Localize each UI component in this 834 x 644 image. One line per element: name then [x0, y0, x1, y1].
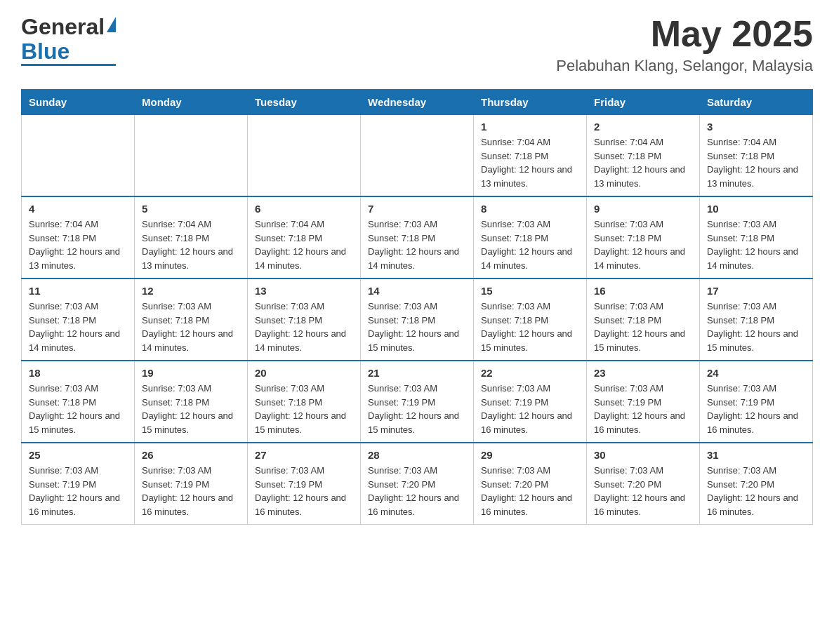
calendar-week-row: 4Sunrise: 7:04 AMSunset: 7:18 PMDaylight…	[22, 196, 813, 279]
month-title: May 2025	[556, 14, 813, 54]
day-info: Sunrise: 7:03 AMSunset: 7:18 PMDaylight:…	[255, 382, 353, 436]
day-number: 5	[142, 203, 240, 215]
calendar-cell: 25Sunrise: 7:03 AMSunset: 7:19 PMDayligh…	[22, 443, 135, 525]
day-info: Sunrise: 7:03 AMSunset: 7:19 PMDaylight:…	[142, 464, 240, 518]
calendar-cell: 26Sunrise: 7:03 AMSunset: 7:19 PMDayligh…	[135, 443, 248, 525]
day-info: Sunrise: 7:03 AMSunset: 7:18 PMDaylight:…	[255, 300, 353, 354]
logo-blue-text: Blue	[21, 40, 70, 62]
day-info: Sunrise: 7:03 AMSunset: 7:18 PMDaylight:…	[707, 300, 805, 354]
calendar-cell: 23Sunrise: 7:03 AMSunset: 7:19 PMDayligh…	[587, 361, 700, 443]
day-number: 25	[29, 449, 127, 461]
calendar-cell: 2Sunrise: 7:04 AMSunset: 7:18 PMDaylight…	[587, 114, 700, 196]
day-info: Sunrise: 7:03 AMSunset: 7:19 PMDaylight:…	[594, 382, 692, 436]
day-info: Sunrise: 7:03 AMSunset: 7:19 PMDaylight:…	[29, 464, 127, 518]
day-number: 24	[707, 367, 805, 379]
day-info: Sunrise: 7:03 AMSunset: 7:19 PMDaylight:…	[255, 464, 353, 518]
day-number: 11	[29, 285, 127, 297]
calendar-cell: 27Sunrise: 7:03 AMSunset: 7:19 PMDayligh…	[248, 443, 361, 525]
day-info: Sunrise: 7:03 AMSunset: 7:18 PMDaylight:…	[29, 300, 127, 354]
day-info: Sunrise: 7:04 AMSunset: 7:18 PMDaylight:…	[142, 217, 240, 272]
day-info: Sunrise: 7:04 AMSunset: 7:18 PMDaylight:…	[29, 217, 127, 272]
day-info: Sunrise: 7:04 AMSunset: 7:18 PMDaylight:…	[594, 135, 692, 190]
day-number: 3	[707, 121, 805, 133]
calendar-header-row: SundayMondayTuesdayWednesdayThursdayFrid…	[22, 90, 813, 114]
calendar-week-row: 1Sunrise: 7:04 AMSunset: 7:18 PMDaylight…	[22, 114, 813, 196]
calendar-cell: 28Sunrise: 7:03 AMSunset: 7:20 PMDayligh…	[361, 443, 474, 525]
day-number: 12	[142, 285, 240, 297]
calendar-cell: 20Sunrise: 7:03 AMSunset: 7:18 PMDayligh…	[248, 361, 361, 443]
day-info: Sunrise: 7:03 AMSunset: 7:18 PMDaylight:…	[481, 217, 579, 272]
day-info: Sunrise: 7:03 AMSunset: 7:20 PMDaylight:…	[481, 464, 579, 518]
location-text: Pelabuhan Klang, Selangor, Malaysia	[556, 57, 813, 75]
calendar-header-monday: Monday	[135, 90, 248, 114]
day-info: Sunrise: 7:03 AMSunset: 7:19 PMDaylight:…	[368, 382, 466, 436]
day-number: 30	[594, 449, 692, 461]
calendar-header-tuesday: Tuesday	[248, 90, 361, 114]
day-number: 1	[481, 121, 579, 133]
calendar-cell: 21Sunrise: 7:03 AMSunset: 7:19 PMDayligh…	[361, 361, 474, 443]
calendar-cell: 10Sunrise: 7:03 AMSunset: 7:18 PMDayligh…	[700, 196, 813, 279]
calendar-cell: 17Sunrise: 7:03 AMSunset: 7:18 PMDayligh…	[700, 279, 813, 361]
day-number: 21	[368, 367, 466, 379]
logo-triangle-icon	[107, 17, 116, 32]
calendar-cell: 5Sunrise: 7:04 AMSunset: 7:18 PMDaylight…	[135, 196, 248, 279]
day-info: Sunrise: 7:03 AMSunset: 7:18 PMDaylight:…	[707, 217, 805, 272]
day-number: 20	[255, 367, 353, 379]
day-number: 22	[481, 367, 579, 379]
calendar-cell: 12Sunrise: 7:03 AMSunset: 7:18 PMDayligh…	[135, 279, 248, 361]
calendar-header-friday: Friday	[587, 90, 700, 114]
day-info: Sunrise: 7:04 AMSunset: 7:18 PMDaylight:…	[255, 217, 353, 272]
day-number: 27	[255, 449, 353, 461]
day-info: Sunrise: 7:03 AMSunset: 7:18 PMDaylight:…	[29, 382, 127, 436]
calendar-week-row: 25Sunrise: 7:03 AMSunset: 7:19 PMDayligh…	[22, 443, 813, 525]
calendar-cell: 11Sunrise: 7:03 AMSunset: 7:18 PMDayligh…	[22, 279, 135, 361]
calendar-cell: 30Sunrise: 7:03 AMSunset: 7:20 PMDayligh…	[587, 443, 700, 525]
calendar-cell: 13Sunrise: 7:03 AMSunset: 7:18 PMDayligh…	[248, 279, 361, 361]
day-number: 10	[707, 203, 805, 215]
calendar-week-row: 18Sunrise: 7:03 AMSunset: 7:18 PMDayligh…	[22, 361, 813, 443]
calendar-week-row: 11Sunrise: 7:03 AMSunset: 7:18 PMDayligh…	[22, 279, 813, 361]
calendar-table: SundayMondayTuesdayWednesdayThursdayFrid…	[21, 89, 813, 525]
day-info: Sunrise: 7:03 AMSunset: 7:19 PMDaylight:…	[707, 382, 805, 436]
logo-general-text: General	[21, 14, 105, 40]
calendar-header-sunday: Sunday	[22, 90, 135, 114]
day-info: Sunrise: 7:03 AMSunset: 7:18 PMDaylight:…	[368, 300, 466, 354]
calendar-header-wednesday: Wednesday	[361, 90, 474, 114]
calendar-cell: 14Sunrise: 7:03 AMSunset: 7:18 PMDayligh…	[361, 279, 474, 361]
calendar-cell: 31Sunrise: 7:03 AMSunset: 7:20 PMDayligh…	[700, 443, 813, 525]
day-number: 14	[368, 285, 466, 297]
logo: General Blue	[21, 14, 116, 66]
calendar-header-thursday: Thursday	[474, 90, 587, 114]
calendar-cell: 18Sunrise: 7:03 AMSunset: 7:18 PMDayligh…	[22, 361, 135, 443]
header-right: May 2025 Pelabuhan Klang, Selangor, Mala…	[556, 14, 813, 75]
day-number: 15	[481, 285, 579, 297]
day-info: Sunrise: 7:03 AMSunset: 7:19 PMDaylight:…	[481, 382, 579, 436]
calendar-header-saturday: Saturday	[700, 90, 813, 114]
day-number: 31	[707, 449, 805, 461]
day-number: 7	[368, 203, 466, 215]
day-info: Sunrise: 7:03 AMSunset: 7:18 PMDaylight:…	[594, 300, 692, 354]
calendar-cell: 22Sunrise: 7:03 AMSunset: 7:19 PMDayligh…	[474, 361, 587, 443]
day-info: Sunrise: 7:03 AMSunset: 7:18 PMDaylight:…	[142, 300, 240, 354]
day-info: Sunrise: 7:03 AMSunset: 7:20 PMDaylight:…	[707, 464, 805, 518]
calendar-cell: 8Sunrise: 7:03 AMSunset: 7:18 PMDaylight…	[474, 196, 587, 279]
calendar-cell	[361, 114, 474, 196]
calendar-cell: 19Sunrise: 7:03 AMSunset: 7:18 PMDayligh…	[135, 361, 248, 443]
day-number: 23	[594, 367, 692, 379]
day-info: Sunrise: 7:03 AMSunset: 7:18 PMDaylight:…	[481, 300, 579, 354]
calendar-cell: 24Sunrise: 7:03 AMSunset: 7:19 PMDayligh…	[700, 361, 813, 443]
day-number: 9	[594, 203, 692, 215]
day-number: 6	[255, 203, 353, 215]
day-number: 29	[481, 449, 579, 461]
calendar-cell: 9Sunrise: 7:03 AMSunset: 7:18 PMDaylight…	[587, 196, 700, 279]
day-info: Sunrise: 7:03 AMSunset: 7:18 PMDaylight:…	[142, 382, 240, 436]
calendar-cell: 6Sunrise: 7:04 AMSunset: 7:18 PMDaylight…	[248, 196, 361, 279]
day-number: 19	[142, 367, 240, 379]
calendar-cell	[248, 114, 361, 196]
logo-underline	[21, 64, 116, 66]
day-info: Sunrise: 7:04 AMSunset: 7:18 PMDaylight:…	[707, 135, 805, 190]
day-number: 26	[142, 449, 240, 461]
calendar-cell: 7Sunrise: 7:03 AMSunset: 7:18 PMDaylight…	[361, 196, 474, 279]
day-info: Sunrise: 7:04 AMSunset: 7:18 PMDaylight:…	[481, 135, 579, 190]
day-number: 4	[29, 203, 127, 215]
